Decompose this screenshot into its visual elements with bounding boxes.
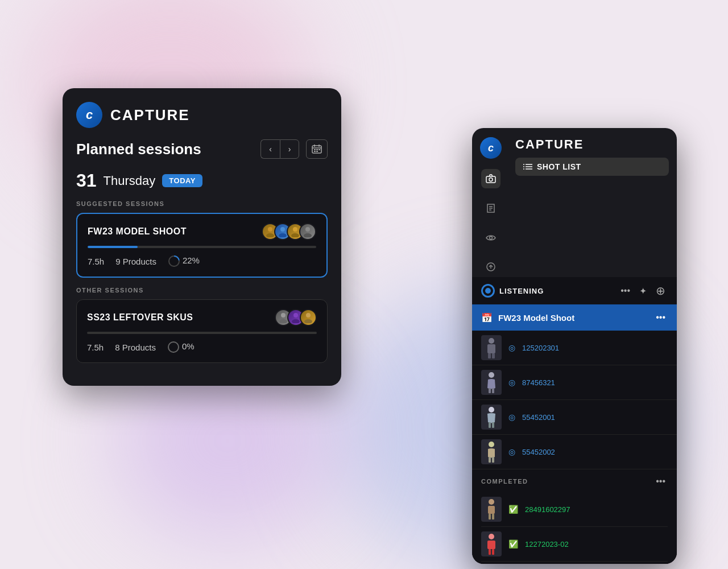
- book-icon[interactable]: [481, 199, 500, 218]
- svg-rect-41: [487, 344, 495, 353]
- shot-item-1[interactable]: ◎ 125202301: [472, 331, 677, 365]
- completed-item-1[interactable]: ✅ 28491602297: [481, 492, 668, 527]
- svg-rect-46: [492, 388, 494, 393]
- completed-code-1: 28491602297: [525, 505, 668, 514]
- svg-point-15: [305, 227, 310, 232]
- svg-rect-48: [489, 422, 491, 428]
- completed-code-2: 12272023-02: [525, 540, 668, 549]
- svg-rect-7: [314, 151, 316, 152]
- scene: c CAPTURE Planned sessions ‹ ›: [51, 43, 677, 526]
- svg-point-13: [293, 227, 297, 232]
- right-header-top: CAPTURE: [515, 137, 669, 152]
- right-main-content: CAPTURE SHOT LIST: [515, 137, 669, 277]
- completed-header: COMPLETED •••: [481, 475, 668, 488]
- ss23-session-top: SS23 LEFTOVER SKUS: [87, 309, 317, 326]
- svg-point-27: [489, 178, 493, 182]
- shot-code-4: 55452002: [522, 448, 668, 456]
- ss23-products: 8 Products: [115, 343, 156, 352]
- ss23-progress-bar: [87, 332, 317, 334]
- svg-point-40: [489, 338, 494, 344]
- listening-inner: [485, 288, 491, 294]
- shot-check-3: ◎: [508, 413, 515, 422]
- svg-point-31: [490, 237, 493, 240]
- completed-thumb-2: [481, 531, 502, 556]
- svg-rect-4: [314, 149, 316, 150]
- listening-text: LISTENING: [499, 287, 614, 295]
- shot-item-2[interactable]: ◎ 87456321: [472, 365, 677, 400]
- completed-section: COMPLETED ••• ✅ 28491602297: [472, 469, 677, 564]
- fw23-progress-pct: 22%: [168, 255, 200, 267]
- svg-rect-49: [492, 422, 494, 428]
- svg-point-14: [291, 233, 299, 237]
- svg-rect-60: [492, 549, 494, 555]
- completed-check-1: ✅: [508, 505, 518, 514]
- active-session-dots[interactable]: •••: [653, 311, 668, 324]
- active-session-name: FW23 Model Shoot: [498, 313, 648, 323]
- ss23-duration: 7.5h: [87, 343, 104, 352]
- left-app-title: CAPTURE: [110, 106, 190, 124]
- next-button[interactable]: ›: [280, 139, 299, 159]
- svg-point-22: [292, 319, 300, 323]
- eye-icon[interactable]: [481, 228, 500, 248]
- upload-icon[interactable]: [481, 258, 500, 277]
- ss23-avatar-3: [300, 309, 317, 326]
- shot-code-2: 87456321: [522, 378, 668, 387]
- svg-rect-54: [488, 506, 495, 514]
- svg-rect-55: [489, 514, 491, 519]
- completed-item-2[interactable]: ✅ 12272023-02: [481, 527, 668, 562]
- ss23-session-card[interactable]: SS23 LEFTOVER SKUS: [76, 299, 328, 363]
- sparkle-icon[interactable]: ✦: [637, 284, 649, 298]
- svg-rect-52: [492, 457, 494, 463]
- prev-button[interactable]: ‹: [260, 139, 280, 159]
- active-session-row[interactable]: 📅 FW23 Model Shoot •••: [472, 304, 677, 331]
- svg-rect-42: [488, 353, 491, 358]
- other-sessions-label: OTHER SESSIONS: [76, 287, 328, 294]
- svg-point-25: [168, 342, 179, 352]
- svg-rect-6: [318, 149, 320, 150]
- svg-point-24: [304, 319, 312, 323]
- camera-icon[interactable]: [481, 169, 500, 188]
- suggested-sessions-label: SUGGESTED SESSIONS: [76, 200, 328, 207]
- svg-point-16: [304, 233, 312, 237]
- fw23-session-name: FW23 MODEL SHOOT: [88, 226, 187, 237]
- svg-point-50: [489, 442, 494, 447]
- shot-item-3[interactable]: ◎ 55452001: [472, 400, 677, 435]
- shot-list-label: SHOT LIST: [537, 162, 581, 171]
- fw23-products: 9 Products: [115, 257, 156, 266]
- svg-point-44: [489, 372, 494, 378]
- svg-point-53: [489, 499, 494, 505]
- logo-letter: c: [86, 108, 93, 122]
- right-logo-letter: c: [488, 142, 494, 154]
- shot-list-button[interactable]: SHOT LIST: [515, 158, 669, 176]
- fw23-duration: 7.5h: [88, 257, 104, 266]
- shot-thumb-4: [481, 439, 502, 464]
- app-header: c CAPTURE: [76, 102, 328, 128]
- svg-point-12: [279, 233, 287, 237]
- shot-check-1: ◎: [508, 343, 515, 352]
- shot-item-4[interactable]: ◎ 55452002: [472, 435, 677, 469]
- planned-sessions-card: c CAPTURE Planned sessions ‹ ›: [63, 88, 341, 386]
- svg-point-9: [268, 227, 272, 232]
- add-icon[interactable]: ⊕: [653, 283, 668, 299]
- right-card-header: c: [472, 128, 677, 277]
- svg-rect-51: [489, 457, 491, 463]
- svg-point-11: [280, 227, 285, 232]
- right-logo: c: [480, 137, 502, 159]
- svg-point-10: [266, 233, 274, 237]
- fw23-session-card[interactable]: FW23 MODEL SHOOT: [76, 213, 328, 278]
- listening-row: LISTENING ••• ✦ ⊕: [472, 277, 677, 304]
- calendar-button[interactable]: [306, 139, 328, 159]
- sidebar-icons: c: [480, 137, 510, 277]
- planned-title: Planned sessions: [76, 141, 254, 158]
- svg-point-20: [279, 319, 287, 323]
- fw23-progress-fill: [88, 246, 138, 248]
- svg-point-57: [489, 534, 494, 539]
- planned-header: Planned sessions ‹ ›: [76, 139, 328, 159]
- active-session-cal-icon: 📅: [481, 312, 493, 323]
- dots-icon[interactable]: •••: [618, 284, 632, 297]
- date-day: Thursday: [104, 174, 156, 188]
- completed-dots[interactable]: •••: [653, 475, 668, 488]
- shot-code-1: 125202301: [522, 344, 668, 352]
- shot-list-card: c: [472, 128, 677, 564]
- fw23-progress-bar: [88, 246, 316, 248]
